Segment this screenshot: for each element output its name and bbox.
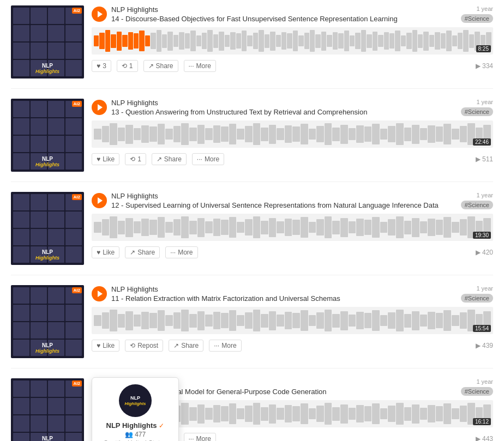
repost-icon: ⟲: [122, 62, 127, 70]
play-button[interactable]: [92, 286, 107, 301]
track-item: AI2 NLP Highlights NLP Highlights 14 - D…: [11, 5, 493, 89]
track-title[interactable]: 11 - Relation Extraction with Matrix Fac…: [111, 294, 340, 303]
track-tag[interactable]: #Science: [461, 201, 493, 209]
popup-name[interactable]: NLP Highlights: [106, 421, 157, 430]
like-icon: ♥: [97, 249, 100, 256]
waveform[interactable]: 19:30: [92, 214, 493, 241]
repost-button[interactable]: ⟲ 1: [125, 153, 146, 165]
track-time: 1 year: [476, 5, 493, 12]
more-button[interactable]: ··· More: [165, 246, 197, 258]
track-user-name[interactable]: NLP Highlights: [111, 99, 367, 107]
popup-name-row: NLP Highlights ✓: [99, 421, 172, 430]
popup-card: NLP Highlights NLP Highlights ✓ 👥 477 Se…: [92, 377, 179, 441]
like-button[interactable]: ♥ Like: [92, 246, 119, 258]
like-button[interactable]: ♥ Like: [92, 340, 119, 352]
track-user-info: NLP Highlights 13 - Question Answering f…: [111, 99, 367, 116]
share-button[interactable]: ↗ Share: [125, 246, 160, 258]
track-time-tag: 1 year #Science: [461, 5, 493, 23]
followers-icon: 👥: [125, 431, 133, 438]
track-artwork[interactable]: AI2 NLP Highlights: [11, 378, 84, 441]
repost-button[interactable]: ⟲ Repost: [125, 340, 163, 352]
track-content: NLP Highlights 11 - Relation Extraction …: [92, 285, 493, 358]
popup-avatar[interactable]: NLP Highlights: [119, 384, 152, 417]
like-icon: ♥: [97, 342, 100, 349]
track-user-info: NLP Highlights 14 - Discourse-Based Obje…: [111, 5, 398, 23]
track-user-name[interactable]: NLP Highlights: [111, 5, 398, 14]
repost-button[interactable]: ⟲ 1: [117, 60, 138, 72]
play-count: ▶ 511: [476, 155, 493, 163]
artwork-badge: AI2: [72, 380, 82, 386]
more-icon: ···: [189, 62, 194, 70]
share-button[interactable]: ↗ Share: [152, 153, 187, 165]
track-artwork[interactable]: AI2 NLP Highlights: [11, 285, 84, 358]
play-count: ▶ 443: [476, 435, 493, 441]
artwork-badge: AI2: [72, 8, 82, 14]
share-button[interactable]: ↗ Share: [143, 60, 178, 72]
track-time-tag: 1 year #Science: [461, 285, 493, 303]
track-content: NLP Highlights 13 - Question Answering f…: [92, 99, 493, 172]
track-user-name[interactable]: NLP Highlights: [111, 192, 439, 200]
track-time-tag: 1 year #Science: [461, 99, 493, 116]
track-meta-left: NLP Highlights 11 - Relation Extraction …: [92, 285, 340, 303]
waveform-duration: 22:46: [473, 138, 491, 146]
waveform-duration: 15:54: [473, 325, 491, 332]
feed-container: AI2 NLP Highlights NLP Highlights 14 - D…: [0, 0, 504, 441]
track-time: 1 year: [476, 378, 493, 385]
waveform[interactable]: 15:54: [92, 307, 493, 334]
track-title[interactable]: 12 - Supervised Learning of Universal Se…: [111, 201, 439, 209]
play-button[interactable]: [92, 100, 107, 115]
popup-avatar-inner: NLP Highlights: [124, 395, 146, 406]
track-title[interactable]: 14 - Discourse-Based Objectives for Fast…: [111, 15, 398, 23]
track-time: 1 year: [476, 192, 493, 198]
track-artwork[interactable]: AI2 NLP Highlights: [11, 192, 84, 265]
track-actions: ♥ Like ⟲ 1 ↗ Share ··· More ▶ 511: [92, 153, 493, 165]
play-count: ▶ 439: [476, 342, 493, 349]
track-tag[interactable]: #Science: [461, 294, 493, 303]
track-actions: ♥ Like ⟲ Repost ↗ Share ··· More ▶ 439: [92, 340, 493, 352]
track-tag[interactable]: #Science: [461, 14, 493, 23]
artwork-logo: NLP Highlights: [35, 436, 59, 441]
more-icon: ···: [197, 155, 202, 163]
track-time-tag: 1 year #Science: [461, 378, 493, 396]
artwork-logo: NLP Highlights: [35, 342, 59, 354]
track-meta-left: NLP Highlights 14 - Discourse-Based Obje…: [92, 5, 398, 23]
artwork-logo: NLP Highlights: [35, 156, 59, 167]
like-icon: ♥: [97, 62, 100, 70]
track-tag[interactable]: #Science: [461, 387, 493, 396]
more-button[interactable]: ··· More: [184, 60, 216, 72]
repost-icon: ⟲: [130, 155, 135, 163]
share-icon: ↗: [157, 155, 162, 163]
track-actions: ♥ Like ↗ Share ··· More ▶ 420: [92, 246, 493, 258]
more-button[interactable]: ··· More: [192, 153, 224, 165]
user-popup: NLP Highlights NLP Highlights ✓ 👥 477 Se…: [92, 377, 179, 441]
artwork-logo: NLP Highlights: [35, 63, 59, 74]
popup-followers: 👥 477: [99, 431, 172, 438]
track-time-tag: 1 year #Science: [461, 192, 493, 209]
more-icon: ···: [189, 435, 194, 441]
artwork-badge: AI2: [72, 194, 82, 200]
track-artwork[interactable]: AI2 NLP Highlights: [11, 99, 84, 172]
waveform[interactable]: 22:46: [92, 120, 493, 148]
track-tag[interactable]: #Science: [461, 107, 493, 116]
track-artwork[interactable]: AI2 NLP Highlights: [11, 5, 84, 78]
more-button[interactable]: ··· More: [209, 340, 241, 352]
track-title[interactable]: 13 - Question Answering from Unstructure…: [111, 108, 367, 116]
more-button[interactable]: ··· More: [184, 433, 216, 441]
popup-verified-icon: ✓: [159, 422, 164, 430]
like-icon: ♥: [97, 155, 100, 163]
artwork-badge: AI2: [72, 101, 82, 107]
like-button[interactable]: ♥ Like: [92, 153, 119, 165]
track-content: NLP Highlights 12 - Supervised Learning …: [92, 192, 493, 265]
play-count: ▶ 420: [476, 249, 493, 256]
waveform[interactable]: 8:25: [92, 27, 493, 55]
more-icon: ···: [170, 249, 176, 256]
track-header: NLP Highlights 12 - Supervised Learning …: [92, 192, 493, 209]
track-user-info: NLP Highlights 12 - Supervised Learning …: [111, 192, 439, 209]
track-user-name[interactable]: NLP Highlights: [111, 285, 340, 293]
like-button[interactable]: ♥ 3: [92, 60, 111, 72]
play-button[interactable]: [92, 193, 107, 208]
track-header: NLP Highlights 11 - Relation Extraction …: [92, 285, 493, 303]
track-meta-left: NLP Highlights 13 - Question Answering f…: [92, 99, 367, 116]
share-button[interactable]: ↗ Share: [169, 340, 203, 352]
play-button[interactable]: [92, 7, 107, 22]
